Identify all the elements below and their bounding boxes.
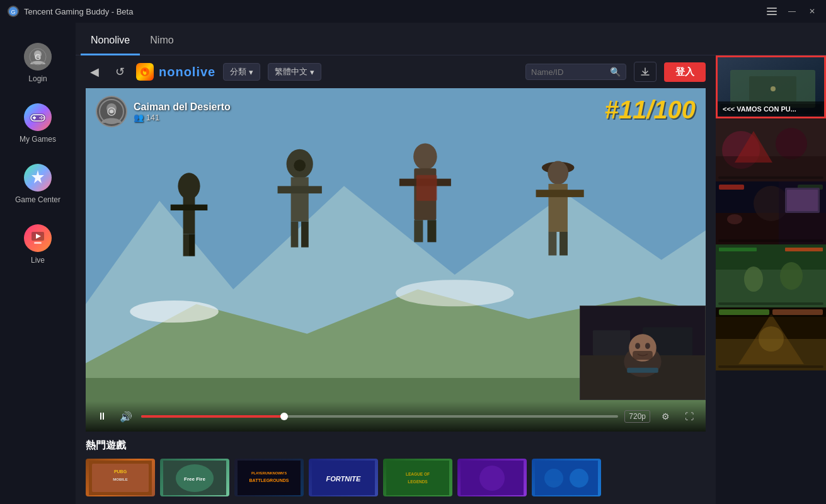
game-4-bg: FORTNITE — [309, 459, 378, 496]
my-games-icon — [24, 103, 52, 131]
quality-badge[interactable]: 720p — [624, 410, 650, 423]
language-dropdown[interactable]: 繁體中文 ▾ — [268, 63, 321, 81]
language-chevron-icon: ▾ — [310, 67, 314, 77]
svg-rect-110 — [719, 248, 757, 251]
back-button[interactable]: ◀ — [86, 63, 103, 81]
tab-nimo[interactable]: Nimo — [140, 27, 183, 55]
svg-rect-77 — [386, 461, 449, 495]
svg-rect-111 — [785, 248, 823, 251]
webcam-overlay — [580, 306, 706, 400]
stream-sidebar: <<< VAMOS CON PU... — [716, 55, 826, 504]
nonolive-logo-text: nonolive — [159, 65, 215, 79]
volume-button[interactable]: 🔊 — [117, 408, 135, 425]
main-layout: G Login My Games — [0, 23, 826, 504]
game-2-bg: Free Fire — [160, 459, 229, 496]
game-thumb-4[interactable]: FORTNITE — [309, 459, 378, 496]
svg-text:G: G — [35, 52, 41, 62]
titlebar: G Tencent Gaming Buddy - Beta — ✕ — [0, 0, 826, 23]
stream-thumb-1[interactable]: <<< VAMOS CON PU... — [716, 55, 826, 118]
svg-point-83 — [544, 469, 563, 488]
svg-text:G: G — [11, 9, 15, 15]
nonolive-logo: nonolive — [136, 63, 215, 81]
svg-text:Free Fire: Free Fire — [184, 476, 205, 482]
stream-thumb-label-4 — [718, 302, 823, 305]
app-logo: G — [8, 6, 19, 17]
svg-rect-48 — [548, 232, 556, 255]
svg-rect-47 — [536, 190, 584, 197]
stream-thumb-label-1: <<< VAMOS CON PU... — [720, 104, 822, 114]
svg-rect-53 — [593, 330, 630, 355]
stream-thumb-2[interactable] — [716, 118, 826, 181]
svg-point-13 — [43, 117, 44, 118]
menu-icon[interactable] — [766, 5, 778, 18]
svg-text:LEGENDS: LEGENDS — [408, 479, 428, 484]
svg-rect-36 — [278, 186, 322, 193]
live-icon — [24, 224, 52, 252]
window-controls: — ✕ — [766, 5, 818, 18]
svg-rect-100 — [719, 185, 744, 190]
svg-point-28 — [178, 173, 200, 199]
svg-point-64 — [110, 110, 113, 113]
stream-thumb-3[interactable] — [716, 181, 826, 244]
sidebar-item-my-games[interactable]: My Games — [0, 93, 76, 154]
streamer-details: Caiman del Desierto 👥 141 — [134, 101, 231, 122]
svg-text:FORTNITE: FORTNITE — [326, 475, 361, 483]
category-chevron-icon: ▾ — [249, 67, 253, 77]
search-input[interactable] — [531, 67, 606, 77]
game-thumb-3[interactable]: PLAYERUNKNOWN'SBATTLEGROUNDS — [234, 459, 304, 496]
content-area: Nonolive Nimo ◀ ↺ — [76, 23, 826, 504]
login-button[interactable]: 登入 — [664, 62, 706, 82]
search-box[interactable]: 🔍 — [525, 64, 626, 80]
game-thumb-5[interactable]: LEAGUE OFLEGENDS — [383, 459, 452, 496]
refresh-button[interactable]: ↺ — [111, 63, 129, 81]
game-6-bg — [457, 459, 527, 496]
category-label: 分類 — [230, 66, 246, 77]
svg-point-12 — [41, 117, 42, 118]
svg-rect-119 — [772, 309, 823, 315]
svg-text:LEAGUE OF: LEAGUE OF — [406, 472, 430, 476]
svg-rect-42 — [414, 220, 423, 242]
people-icon: 👥 — [134, 113, 146, 122]
game-thumb-7[interactable] — [532, 459, 601, 496]
minimize-button[interactable]: — — [786, 5, 798, 18]
svg-rect-49 — [559, 232, 568, 255]
svg-rect-82 — [535, 461, 598, 495]
play-pause-button[interactable]: ⏸ — [93, 408, 111, 425]
svg-rect-118 — [719, 309, 769, 315]
app-title: Tencent Gaming Buddy - Beta — [24, 7, 766, 16]
svg-point-57 — [635, 343, 640, 349]
sidebar-item-game-center[interactable]: Game Center — [0, 154, 76, 214]
video-controls: ⏸ 🔊 720p ⚙ ⛶ — [86, 401, 706, 432]
stream-thumb-5[interactable] — [716, 307, 826, 370]
svg-rect-29 — [183, 197, 195, 234]
svg-rect-38 — [301, 222, 309, 248]
svg-point-116 — [759, 326, 784, 352]
game-thumb-1[interactable]: PUBGMOBILE — [86, 459, 155, 496]
sidebar-item-login[interactable]: G Login — [0, 33, 76, 93]
svg-point-99 — [727, 214, 742, 224]
svg-text:PLAYERUNKNOWN'S: PLAYERUNKNOWN'S — [251, 471, 287, 475]
stream-area: ◀ ↺ nonolive — [76, 55, 826, 504]
svg-point-109 — [780, 262, 803, 290]
game-3-bg: PLAYERUNKNOWN'SBATTLEGROUNDS — [234, 459, 304, 496]
language-label: 繁體中文 — [275, 66, 307, 77]
game-1-bg: PUBGMOBILE — [86, 459, 155, 496]
stream-thumb-4[interactable] — [716, 244, 826, 307]
close-button[interactable]: ✕ — [806, 5, 818, 18]
progress-bar[interactable] — [141, 415, 618, 418]
svg-point-58 — [645, 343, 650, 349]
svg-point-108 — [744, 266, 763, 292]
game-thumb-2[interactable]: Free Fire — [160, 459, 229, 496]
category-dropdown[interactable]: 分類 ▾ — [223, 63, 260, 81]
game-center-icon — [24, 164, 52, 192]
sidebar-item-live[interactable]: Live — [0, 214, 76, 275]
svg-point-15 — [40, 117, 41, 118]
game-thumb-6[interactable] — [457, 459, 527, 496]
svg-rect-104 — [787, 190, 818, 211]
settings-button[interactable]: ⚙ — [657, 408, 674, 425]
fullscreen-button[interactable]: ⛶ — [680, 408, 698, 425]
game-7-bg — [532, 459, 601, 496]
download-button[interactable] — [634, 62, 657, 82]
tab-nonolive[interactable]: Nonolive — [81, 27, 140, 55]
stream-info: Caiman del Desierto 👥 141 — [96, 96, 231, 127]
